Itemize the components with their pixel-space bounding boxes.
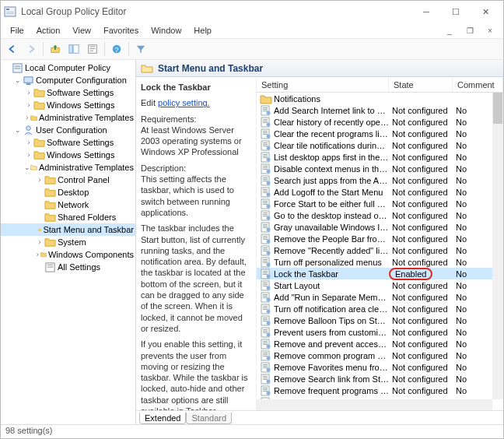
list-item[interactable]: Prevent users from customizin...Not conf… bbox=[257, 326, 503, 338]
expand-icon[interactable]: › bbox=[24, 139, 33, 146]
expand-icon[interactable]: › bbox=[35, 238, 44, 246]
svg-point-121 bbox=[267, 332, 271, 336]
tree-item[interactable]: Local Computer Policy bbox=[1, 61, 135, 74]
tree-item[interactable]: Start Menu and Taskbar bbox=[1, 223, 135, 236]
show-hide-tree-button[interactable] bbox=[65, 41, 82, 57]
svg-rect-103 bbox=[263, 294, 268, 295]
settings-list: Setting State Comment NotificationsAdd S… bbox=[256, 77, 503, 410]
mdi-minimize-icon[interactable]: _ bbox=[441, 24, 458, 37]
tree-item[interactable]: Shared Folders bbox=[1, 211, 135, 223]
maximize-button[interactable]: ☐ bbox=[441, 3, 471, 20]
tree-item[interactable]: Network bbox=[1, 198, 135, 211]
tree-item[interactable]: ⌄Administrative Templates bbox=[1, 161, 135, 174]
expand-icon[interactable]: › bbox=[35, 176, 44, 184]
vertical-scrollbar[interactable] bbox=[492, 93, 503, 399]
menu-window[interactable]: Window bbox=[146, 25, 186, 36]
close-button[interactable]: ✕ bbox=[471, 3, 500, 20]
tree-item[interactable]: ›Windows Components bbox=[1, 248, 135, 261]
list-item[interactable]: Search just apps from the App...Not conf… bbox=[257, 174, 503, 186]
list-item[interactable]: Remove and prevent access to...Not confi… bbox=[257, 338, 503, 349]
tree-item[interactable]: ⌄Computer Configuration bbox=[1, 74, 135, 86]
mdi-close-icon[interactable]: × bbox=[481, 24, 499, 37]
svg-rect-123 bbox=[263, 341, 268, 342]
menu-help[interactable]: Help bbox=[189, 25, 216, 36]
list-item[interactable]: Remove frequent programs lis...Not confi… bbox=[257, 385, 503, 396]
col-state[interactable]: State bbox=[389, 77, 453, 92]
tree-item[interactable]: Desktop bbox=[1, 186, 135, 198]
expand-icon[interactable]: › bbox=[35, 251, 40, 258]
list-item[interactable]: List desktop apps first in the A...Not c… bbox=[257, 151, 503, 163]
collapse-icon[interactable]: ⌄ bbox=[13, 126, 23, 134]
filter-button[interactable] bbox=[132, 41, 149, 57]
expand-icon[interactable]: › bbox=[24, 101, 33, 109]
collapse-icon[interactable]: ⌄ bbox=[24, 163, 30, 171]
mdi-restore-icon[interactable]: ❐ bbox=[461, 24, 478, 37]
expand-icon[interactable]: › bbox=[24, 89, 33, 97]
svg-point-41 bbox=[267, 146, 271, 149]
tree-item[interactable]: All Settings bbox=[1, 261, 135, 273]
tab-standard[interactable]: Standard bbox=[186, 413, 232, 424]
forward-button[interactable] bbox=[23, 41, 40, 57]
setting-state: Not configured bbox=[389, 234, 453, 244]
svg-point-66 bbox=[267, 204, 271, 208]
tree-item[interactable]: ›Control Panel bbox=[1, 174, 135, 186]
back-button[interactable] bbox=[4, 41, 21, 57]
list-item[interactable]: Clear tile notifications during l...Not … bbox=[257, 139, 503, 151]
list-item[interactable]: Add Search Internet link to Sta...Not co… bbox=[257, 104, 503, 116]
list-item[interactable]: Turn off notification area clean...Not c… bbox=[257, 303, 503, 314]
svg-rect-55 bbox=[263, 181, 268, 181]
edit-policy-link[interactable]: policy setting. bbox=[158, 98, 210, 107]
horizontal-scrollbar[interactable] bbox=[257, 399, 492, 410]
tree-item[interactable]: ›Windows Settings bbox=[1, 99, 135, 111]
expand-icon[interactable]: › bbox=[24, 114, 30, 121]
help-button[interactable]: ? bbox=[108, 41, 125, 57]
tree-item[interactable]: ›System bbox=[1, 236, 135, 248]
svg-rect-40 bbox=[263, 146, 268, 146]
tab-extended[interactable]: Extended bbox=[139, 413, 186, 424]
setting-name: Lock the Taskbar bbox=[274, 269, 389, 279]
list-item[interactable]: Remove Favorites menu from ...Not config… bbox=[257, 361, 503, 373]
list-item[interactable]: Go to the desktop instead of St...Not co… bbox=[257, 209, 503, 221]
tree-item[interactable]: ›Software Settings bbox=[1, 86, 135, 99]
list-item[interactable]: Remove Balloon Tips on Start ...Not conf… bbox=[257, 314, 503, 326]
minimize-button[interactable]: ─ bbox=[411, 3, 441, 20]
column-headers[interactable]: Setting State Comment bbox=[257, 77, 503, 93]
tree-item[interactable]: ›Windows Settings bbox=[1, 149, 135, 161]
svg-rect-68 bbox=[263, 212, 268, 213]
svg-point-31 bbox=[267, 122, 271, 126]
tree-item[interactable]: ›Software Settings bbox=[1, 136, 135, 149]
list-item[interactable]: Clear history of recently opene...Not co… bbox=[257, 116, 503, 128]
list-item[interactable]: Remove "Recently added" list f...Not con… bbox=[257, 244, 503, 256]
tree-item[interactable]: ⌄User Configuration bbox=[1, 124, 135, 136]
list-item[interactable]: Add Logoff to the Start MenuNot configur… bbox=[257, 186, 503, 198]
list-item[interactable]: Force Start to be either full scr...Not … bbox=[257, 198, 503, 209]
menu-action[interactable]: Action bbox=[32, 25, 65, 36]
setting-name: Prevent users from customizin... bbox=[274, 328, 389, 337]
menu-favorites[interactable]: Favorites bbox=[99, 25, 143, 36]
setting-state: Not configured bbox=[389, 118, 453, 127]
up-button[interactable] bbox=[47, 41, 64, 57]
list-item[interactable]: Turn off personalized menusNot configure… bbox=[257, 256, 503, 268]
expand-icon[interactable]: › bbox=[24, 151, 33, 159]
list-item[interactable]: Remove the People Bar from t...Not confi… bbox=[257, 233, 503, 244]
tree-item[interactable]: ›Administrative Templates bbox=[1, 111, 135, 124]
list-item[interactable]: Lock the TaskbarEnabledNo bbox=[257, 268, 503, 279]
policy-icon bbox=[260, 280, 272, 291]
list-item[interactable]: Add "Run in Separate Memory...Not config… bbox=[257, 291, 503, 303]
list-item[interactable]: Gray unavailable Windows Inst...Not conf… bbox=[257, 221, 503, 233]
list-item[interactable]: Clear the recent programs list f...Not c… bbox=[257, 128, 503, 139]
col-setting[interactable]: Setting bbox=[257, 77, 389, 92]
console-tree[interactable]: Local Computer Policy⌄Computer Configura… bbox=[1, 60, 136, 424]
svg-rect-108 bbox=[263, 306, 268, 307]
svg-rect-17 bbox=[26, 83, 31, 85]
collapse-icon[interactable]: ⌄ bbox=[13, 76, 23, 84]
list-item[interactable]: Start LayoutNot configuredNo bbox=[257, 279, 503, 291]
properties-button[interactable] bbox=[84, 41, 101, 57]
list-item[interactable]: Notifications bbox=[257, 93, 503, 104]
col-comment[interactable]: Comment bbox=[453, 77, 503, 92]
list-item[interactable]: Disable context menus in the S...Not con… bbox=[257, 163, 503, 174]
menu-view[interactable]: View bbox=[68, 25, 96, 36]
list-item[interactable]: Remove Search link from Start...Not conf… bbox=[257, 373, 503, 385]
menu-file[interactable]: File bbox=[5, 25, 29, 36]
list-item[interactable]: Remove common program gr...Not configure… bbox=[257, 349, 503, 361]
